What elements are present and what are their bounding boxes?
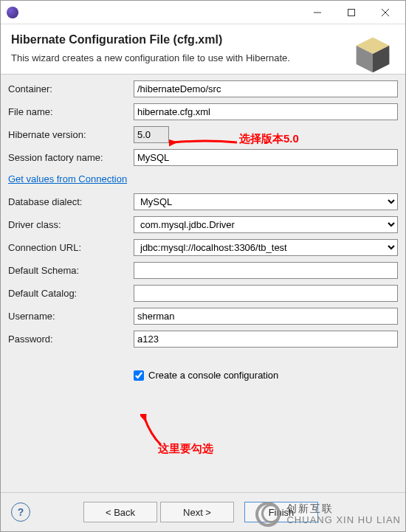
- arrow-to-checkbox: [140, 414, 165, 446]
- help-button[interactable]: ?: [11, 502, 30, 522]
- form-area: Container: File name: Hibernate version:…: [1, 75, 405, 387]
- separator: [1, 492, 405, 493]
- url-label: Connection URL:: [8, 242, 134, 253]
- container-input[interactable]: [134, 80, 398, 97]
- password-input[interactable]: [134, 331, 398, 348]
- wizard-title: Hibernate Configuration File (cfg.xml): [11, 33, 395, 46]
- schema-input[interactable]: [134, 262, 398, 279]
- driver-label: Driver class:: [8, 219, 134, 230]
- annotation-checkbox: 这里要勾选: [158, 442, 213, 456]
- url-select[interactable]: jdbc:mysql://localhost:3306/tb_test: [134, 239, 398, 256]
- title-bar: [1, 1, 405, 24]
- username-label: Username:: [8, 311, 134, 322]
- console-checkbox-label: Create a console configuration: [148, 370, 278, 381]
- filename-input[interactable]: [134, 103, 398, 120]
- watermark: 创新互联 CHUANG XIN HU LIAN: [255, 502, 401, 527]
- eclipse-icon: [7, 7, 18, 18]
- watermark-en: CHUANG XIN HU LIAN: [286, 515, 401, 525]
- username-input[interactable]: [134, 308, 398, 325]
- schema-label: Default Schema:: [8, 265, 134, 276]
- filename-label: File name:: [8, 106, 134, 117]
- next-button[interactable]: Next >: [160, 502, 234, 522]
- maximize-button[interactable]: [334, 1, 368, 24]
- wizard-header: Hibernate Configuration File (cfg.xml) T…: [1, 24, 405, 75]
- version-label: Hibernate version:: [8, 129, 134, 140]
- session-label: Session factory name:: [8, 152, 134, 163]
- catalog-label: Default Catalog:: [8, 288, 134, 299]
- driver-select[interactable]: com.mysql.jdbc.Driver: [134, 216, 398, 233]
- minimize-button[interactable]: [300, 1, 334, 24]
- catalog-input[interactable]: [134, 285, 398, 302]
- wizard-banner-icon: [352, 33, 393, 75]
- wizard-subtitle: This wizard creates a new configuration …: [11, 52, 395, 63]
- watermark-cn: 创新互联: [286, 503, 401, 514]
- version-select[interactable]: [134, 126, 169, 143]
- session-input[interactable]: [134, 149, 398, 166]
- password-label: Password:: [8, 334, 134, 345]
- dialect-select[interactable]: MySQL: [134, 193, 398, 210]
- console-checkbox[interactable]: [134, 370, 144, 381]
- svg-rect-1: [348, 9, 355, 15]
- container-label: Container:: [8, 83, 134, 94]
- close-button[interactable]: [368, 1, 402, 24]
- dialect-label: Database dialect:: [8, 196, 134, 207]
- back-button[interactable]: < Back: [83, 502, 157, 522]
- get-values-link[interactable]: Get values from Connection: [8, 173, 398, 184]
